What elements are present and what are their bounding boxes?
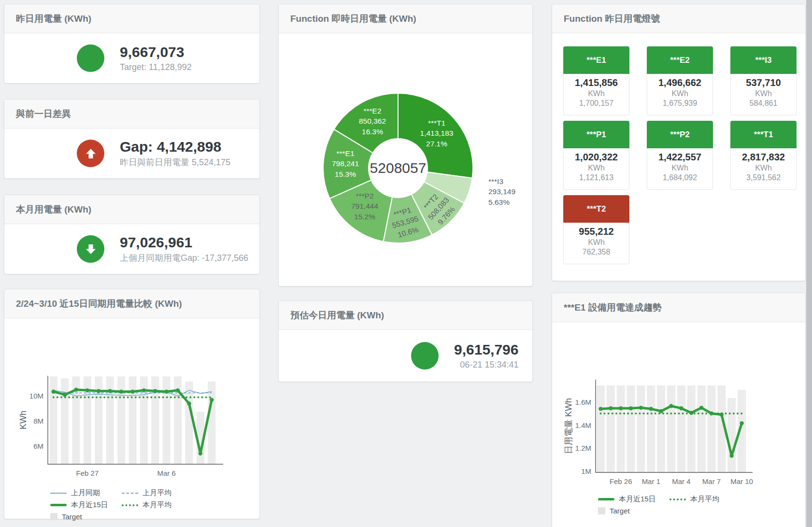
card-title: 與前一日差異 (4, 100, 259, 128)
data-point (649, 407, 653, 411)
light-tile-P2[interactable]: ***P21,422,557KWh1,684,092 (647, 121, 713, 190)
tile-label: ***E1 (563, 46, 629, 74)
data-point (730, 454, 734, 457)
data-point (130, 390, 134, 394)
today-estimate-timestamp: 06-21 15:34:41 (454, 360, 518, 370)
legend-label: Target (62, 513, 82, 521)
y-axis-label: KWh (18, 411, 28, 429)
light-tile-E2[interactable]: ***E21,496,662KWh1,675,939 (647, 46, 713, 115)
y-tick-label: 10M (29, 392, 43, 400)
light-tile-P1[interactable]: ***P11,020,322KWh1,121,613 (563, 121, 629, 190)
legend-item[interactable]: 本月近15日 (598, 495, 656, 504)
card-title: 2/24~3/10 近15日同期用電量比較 (KWh) (4, 289, 259, 318)
legend-label: Target (610, 507, 630, 515)
month-usage-value: 97,026,961 (120, 234, 248, 251)
tile-unit: KWh (564, 238, 629, 247)
yesterday-usage-target: Target: 11,128,992 (120, 62, 192, 72)
light-tile-E1[interactable]: ***E11,415,856KWh1,700,157 (563, 46, 629, 115)
card-title: Function 即時日用電量 (KWh) (279, 4, 532, 33)
target-bar (677, 385, 685, 472)
tile-value: 537,710 (731, 77, 796, 88)
status-circle-icon (411, 342, 439, 370)
x-tick-label: Mar 10 (730, 477, 753, 485)
data-point (639, 406, 643, 410)
legend-item[interactable]: 本月平均 (122, 500, 180, 510)
lights-tiles-grid: ***E11,415,856KWh1,700,157***E21,496,662… (552, 4, 805, 281)
target-bar (208, 382, 215, 464)
x-tick-label: Mar 7 (702, 477, 721, 485)
legend-swatch-icon (122, 493, 138, 494)
legend-label: 本月平均 (142, 500, 171, 510)
legend-label: 本月近15日 (71, 500, 108, 510)
data-point (199, 452, 202, 456)
legend-item[interactable]: Target (50, 513, 108, 521)
legend-item[interactable]: 上月平均 (122, 488, 180, 498)
target-bar (637, 385, 645, 472)
data-point (740, 421, 743, 425)
legend-swatch-icon (50, 513, 57, 520)
card-title: 昨日用電量 (KWh) (4, 4, 259, 33)
target-bar (687, 385, 696, 472)
light-tile-I3[interactable]: ***I3537,710KWh584,861 (730, 46, 797, 115)
y-tick-label: 1M (581, 467, 591, 475)
legend-item[interactable]: 上月同期 (50, 488, 108, 498)
y-tick-label: 1.6M (575, 398, 591, 406)
legend-item[interactable]: 本月近15日 (50, 500, 108, 510)
tile-label: ***T2 (563, 195, 629, 223)
target-bar (185, 382, 193, 464)
card-title: 預估今日用電量 (KWh) (279, 301, 532, 330)
tile-body: 1,415,856KWh1,700,157 (563, 74, 629, 115)
tile-value: 1,496,662 (647, 77, 712, 88)
y-axis-label: 日用電量 KWh (564, 398, 573, 454)
tile-target-value: 1,700,157 (564, 99, 629, 108)
tile-label: ***E2 (647, 46, 713, 74)
card-compare15-chart: 2/24~3/10 近15日同期用電量比較 (KWh) 6M8M10MFeb 2… (4, 289, 260, 519)
tile-target-value: 1,675,939 (647, 99, 712, 108)
tile-value: 1,020,322 (564, 152, 629, 163)
data-point (619, 406, 623, 410)
data-point (85, 388, 89, 392)
y-tick-label: 1.4M (575, 421, 591, 429)
card-realtime-donut: Function 即時日用電量 (KWh) ***T11,413,18327.1… (278, 4, 533, 286)
data-point (609, 406, 613, 410)
card-yesterday-usage: 昨日用電量 (KWh) 9,667,073 Target: 11,128,992 (4, 4, 260, 84)
tile-target-value: 1,121,613 (564, 173, 629, 182)
light-tile-T2[interactable]: ***T2955,212KWh762,358 (563, 195, 629, 264)
data-point (165, 390, 169, 394)
target-bar (607, 385, 615, 472)
tile-body: 1,422,557KWh1,684,092 (647, 148, 713, 190)
target-bar (708, 385, 716, 472)
e1-trend-legend: 本月近15日本月平均Target (598, 495, 805, 515)
light-tile-T1[interactable]: ***T12,817,832KWh3,591,562 (730, 121, 797, 190)
x-tick-label: Mar 6 (157, 469, 176, 477)
e1-trend-line-chart[interactable]: 1M1.2M1.4M1.6MFeb 26Mar 1Mar 4Mar 7Mar 1… (552, 322, 806, 494)
target-bar (597, 385, 605, 472)
data-point (598, 407, 602, 411)
target-bar (627, 385, 635, 472)
tile-label: ***P1 (563, 121, 629, 148)
down-arrow-icon (77, 235, 104, 263)
compare15-line-chart[interactable]: 6M8M10MFeb 27Mar 6KWh (12, 318, 253, 487)
legend-item[interactable]: Target (598, 507, 656, 515)
legend-item[interactable]: 本月平均 (670, 495, 727, 504)
target-bar (727, 398, 736, 472)
tile-unit: KWh (731, 89, 796, 98)
target-bar (657, 385, 665, 472)
card-gap-previous-day: 與前一日差異 Gap: 4,142,898 昨日與前日用電量 5,524,175 (4, 99, 260, 179)
x-tick-label: Mar 4 (672, 477, 690, 485)
tile-value: 2,817,832 (731, 152, 796, 163)
x-tick-label: Feb 27 (76, 469, 99, 477)
data-point (153, 389, 157, 393)
today-estimate-value: 9,615,796 (454, 342, 518, 358)
data-point (74, 388, 78, 392)
tile-unit: KWh (564, 164, 629, 172)
legend-swatch-icon (598, 507, 605, 514)
gap-value: Gap: 4,142,898 (120, 139, 230, 156)
page-scrollbar[interactable] (806, 0, 812, 527)
legend-label: 上月平均 (142, 488, 171, 498)
target-bar (61, 378, 69, 464)
x-tick-label: Mar 1 (642, 477, 660, 485)
tile-unit: KWh (564, 89, 629, 98)
tile-unit: KWh (647, 164, 712, 172)
legend-swatch-icon (670, 499, 686, 500)
